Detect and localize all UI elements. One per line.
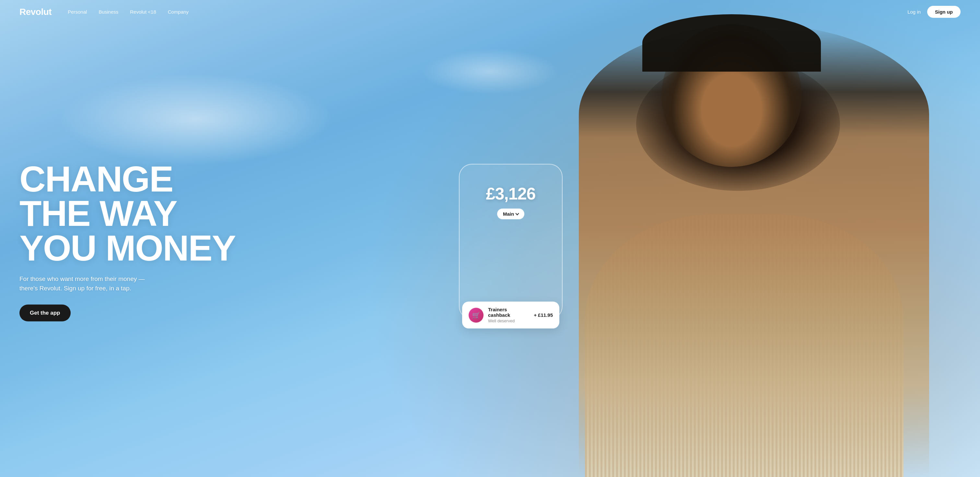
navigation: Revolut Personal Business Revolut <18 Co…	[0, 0, 980, 24]
hero-title: CHANGE THE WAY YOU MONEY	[19, 162, 240, 266]
hero-content: CHANGE THE WAY YOU MONEY For those who w…	[19, 162, 240, 321]
phone-balance: £3,126	[486, 184, 535, 204]
logo[interactable]: Revolut	[19, 7, 51, 17]
chevron-down-icon	[515, 211, 519, 215]
phone-mockup: £3,126 Main 🛒 Trainers cashback Well des…	[459, 164, 563, 320]
nav-actions: Log in Sign up	[907, 6, 961, 18]
hero-title-line1: CHANGE THE WAY	[19, 159, 177, 234]
cart-icon: 🛒	[472, 311, 480, 319]
cashback-info: Trainers cashback Well deserved	[488, 307, 529, 323]
login-button[interactable]: Log in	[907, 9, 921, 14]
nav-links: Personal Business Revolut <18 Company	[68, 9, 907, 14]
cashback-notification: 🛒 Trainers cashback Well deserved + £11.…	[462, 302, 559, 329]
nav-link-business[interactable]: Business	[99, 9, 118, 14]
account-selector[interactable]: Main	[497, 209, 524, 219]
cashback-icon: 🛒	[469, 307, 484, 323]
cashback-amount: + £11.95	[534, 312, 553, 318]
cashback-subtitle: Well deserved	[488, 318, 529, 323]
signup-button[interactable]: Sign up	[927, 6, 961, 18]
cashback-title: Trainers cashback	[488, 307, 529, 318]
account-label: Main	[503, 211, 514, 217]
hero-subtitle: For those who want more from their money…	[19, 275, 159, 293]
get-app-button[interactable]: Get the app	[19, 305, 71, 321]
nav-link-personal[interactable]: Personal	[68, 9, 87, 14]
hero-section: Revolut Personal Business Revolut <18 Co…	[0, 0, 980, 477]
hero-title-line2: YOU MONEY	[19, 228, 235, 268]
nav-link-revolut18[interactable]: Revolut <18	[130, 9, 156, 14]
background-person-area	[343, 0, 980, 477]
nav-link-company[interactable]: Company	[168, 9, 189, 14]
phone-frame: £3,126 Main 🛒 Trainers cashback Well des…	[459, 164, 563, 320]
